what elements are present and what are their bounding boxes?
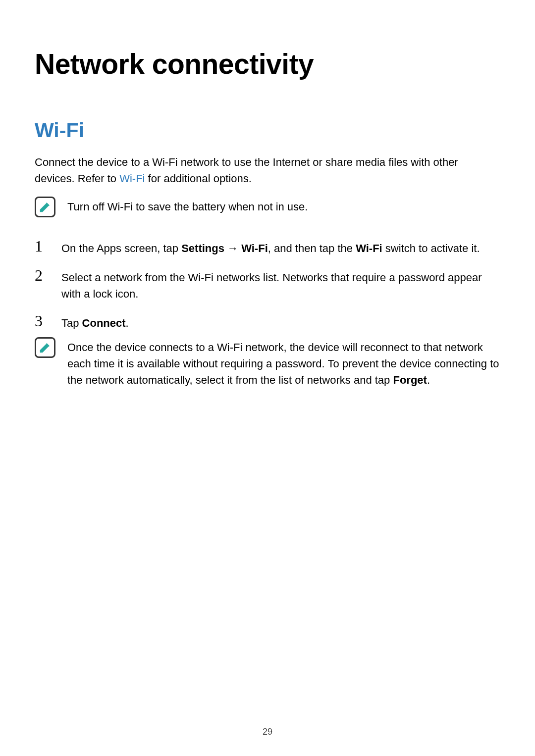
note-icon — [35, 197, 55, 217]
note2-text-a: Once the device connects to a Wi-Fi netw… — [67, 341, 499, 386]
pencil-note-icon — [39, 201, 52, 213]
section-heading-wifi: Wi-Fi — [35, 119, 500, 142]
wifi-link[interactable]: Wi-Fi — [119, 172, 145, 185]
step-1-settings: Settings — [181, 242, 224, 254]
step-number: 2 — [35, 267, 54, 283]
step-2-body: Select a network from the Wi-Fi networks… — [61, 267, 500, 302]
steps-list: 1 On the Apps screen, tap Settings → Wi-… — [35, 238, 500, 331]
step-3-text-b: . — [126, 317, 129, 329]
step-number: 3 — [35, 313, 54, 329]
note2-text-b: . — [427, 374, 430, 386]
step-number: 1 — [35, 238, 54, 254]
note-block-reconnect: Once the device connects to a Wi-Fi netw… — [35, 336, 500, 388]
step-2: 2 Select a network from the Wi-Fi networ… — [35, 267, 500, 302]
step-1-wifi-switch: Wi-Fi — [356, 242, 382, 254]
note-block-battery: Turn off Wi-Fi to save the battery when … — [35, 196, 500, 217]
step-1-text-c: switch to activate it. — [382, 242, 480, 254]
page-number: 29 — [0, 727, 535, 737]
note-text-reconnect: Once the device connects to a Wi-Fi netw… — [67, 336, 500, 388]
step-3-connect: Connect — [82, 317, 126, 329]
note-text-battery: Turn off Wi-Fi to save the battery when … — [67, 196, 500, 215]
page-title: Network connectivity — [35, 48, 500, 80]
step-1-text-b: , and then tap the — [268, 242, 356, 254]
step-3-body: Tap Connect. — [61, 313, 500, 331]
pencil-note-icon — [39, 341, 52, 354]
step-3-text-a: Tap — [61, 317, 82, 329]
step-1-body: On the Apps screen, tap Settings → Wi-Fi… — [61, 238, 500, 256]
arrow-icon: → — [224, 242, 241, 254]
intro-paragraph: Connect the device to a Wi-Fi network to… — [35, 154, 500, 187]
step-1-text-a: On the Apps screen, tap — [61, 242, 181, 254]
intro-text-post: for additional options. — [145, 172, 252, 185]
note2-forget: Forget — [393, 374, 427, 386]
step-1-wifi: Wi-Fi — [241, 242, 268, 254]
step-3: 3 Tap Connect. — [35, 313, 500, 331]
note-icon — [35, 337, 55, 358]
step-1: 1 On the Apps screen, tap Settings → Wi-… — [35, 238, 500, 256]
